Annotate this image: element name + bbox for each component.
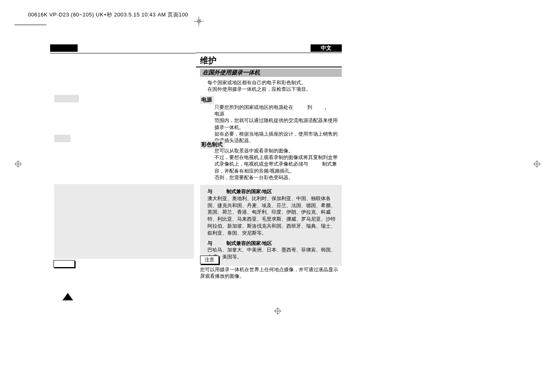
compat2-heading: 与 制式兼容的国家/地区 — [207, 240, 339, 247]
left-label-placeholder-2 — [54, 135, 71, 142]
section-title: 维护 — [200, 55, 216, 66]
title-bottom-rule — [196, 67, 342, 67]
compat1-heading: 与 制式兼容的国家/地区 — [207, 188, 339, 195]
register-mark-bottom — [274, 307, 281, 315]
power-body: 只要您所到的国家或地区的电源处在 到 , 电源 范围内，您就可以通过随机提供的交… — [214, 104, 340, 144]
crop-rule-top-left — [14, 25, 46, 25]
left-lang-bar — [50, 44, 78, 52]
left-page-arrow-icon — [62, 293, 73, 300]
register-mark-left — [14, 160, 22, 168]
fold-mark-top — [194, 16, 204, 26]
power-label: 电源 — [200, 96, 214, 104]
left-label-placeholder-1 — [54, 95, 79, 102]
left-panel-placeholder — [54, 184, 194, 259]
crop-rule-top-right — [509, 25, 541, 25]
note-label: 注意 — [200, 256, 219, 264]
compat1-body: 澳大利亚、奥地利、比利时、保加利亚、中国、独联体各国、捷克共和国、丹麦、埃及、芬… — [207, 195, 339, 237]
color-body: 您可以从取景器中观看录制的图像。 不过，要想在电视机上观看录制的图像或将其复制到… — [214, 148, 340, 181]
compat-panel: 与 制式兼容的国家/地区 澳大利亚、奥地利、比利时、保加利亚、中国、独联体各国、… — [200, 185, 342, 266]
register-mark-right — [533, 160, 541, 168]
language-label: 中文 — [311, 44, 342, 52]
file-header-text: 00616K VP-D23 (60~105) UK+秒 2003.5.15 10… — [28, 12, 188, 18]
title-top-rule — [196, 53, 342, 53]
intro-text: 每个国家或地区都有自己的电子和彩色制式。 在国外使用摄录一体机之前，应检查以下项… — [207, 79, 340, 92]
subsection-bar: 在国外使用摄录一体机 — [200, 69, 342, 77]
note-body: 您可以用摄录一体机在世界上任何地点摄像，并可通过液晶显示屏观看播放的图像。 — [200, 266, 340, 279]
file-header: 00616K VP-D23 (60~105) UK+秒 2003.5.15 10… — [28, 11, 188, 18]
compat2-body: 巴哈马、加拿大、中美洲、日本、墨西哥、菲律宾、韩国、台湾、美国等。 — [207, 247, 339, 261]
left-note-placeholder — [53, 260, 75, 267]
left-title-area — [50, 53, 196, 73]
